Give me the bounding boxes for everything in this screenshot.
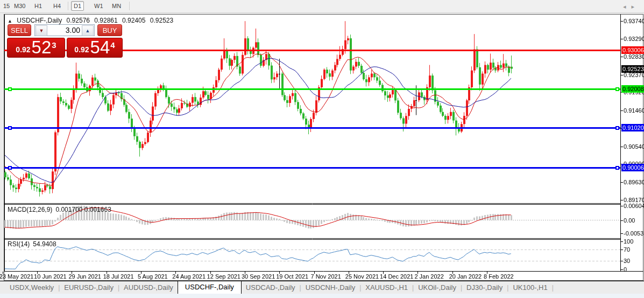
chart-tab-ukoil[interactable]: UKOil-,Daily xyxy=(414,282,461,294)
collapse-triangle-icon[interactable]: ▲ xyxy=(8,18,12,24)
toolbar-separator xyxy=(129,2,130,10)
date-axis-label: 30 Sep 2021 xyxy=(242,273,275,280)
date-axis-label: 5 Aug 2021 xyxy=(138,273,168,280)
ohlc-low: 0.92405 xyxy=(122,17,145,24)
tab-separator: | xyxy=(552,284,554,294)
price-tick-label: 0.89630 xyxy=(624,179,644,185)
chart-tab-usdchf[interactable]: USDCHF-,Daily xyxy=(178,281,242,294)
rsi-axis-label: 70 xyxy=(624,246,630,253)
tab-scroll-arrows: ◂▸ xyxy=(623,3,640,10)
price-tick-label: 0.93290 xyxy=(624,36,644,42)
date-axis-label: 29 Jun 2021 xyxy=(68,273,101,280)
chart-tab-xauusd[interactable]: XAUUSD-,H1 xyxy=(361,282,412,294)
price-tick-label: 0.91460 xyxy=(624,107,644,114)
price-line-badge[interactable]: 0.91020 xyxy=(621,124,644,131)
tab-scroll-left-icon[interactable]: ◂ xyxy=(623,3,632,10)
date-axis-label: 2 Jan 2022 xyxy=(414,273,443,280)
macd-axis-label: -0.005383 xyxy=(624,230,644,237)
rsi-title: RSI(14) xyxy=(8,240,30,248)
volume-increase-button[interactable]: ▲ xyxy=(82,25,94,36)
macd-indicator-header: MACD(12,26,9)0.001700 0.001663 xyxy=(8,206,115,213)
timeframe-toolbar: 15M30H1H4D1W1MN xyxy=(0,0,644,13)
sell-price-display[interactable]: 0.92 52 3 xyxy=(7,38,65,58)
price-line-badge[interactable]: 0.90006 xyxy=(621,164,644,171)
timeframe-button-m30[interactable]: M30 xyxy=(12,2,27,10)
macd-title: MACD(12,26,9) xyxy=(8,206,52,213)
buy-price-point: 4 xyxy=(110,40,115,50)
rsi-indicator-header: RSI(14)54.9408 xyxy=(8,240,60,248)
ohlc-high: 0.92861 xyxy=(94,17,117,24)
timeframe-button-mn[interactable]: MN xyxy=(110,2,123,10)
date-axis-label: 18 Jul 2021 xyxy=(103,273,134,280)
price-tick-label: 0.92830 xyxy=(624,53,644,60)
date-axis-label: 25 Nov 2021 xyxy=(345,273,379,280)
macd-axis-label: 0.006045 xyxy=(624,203,644,209)
buy-price-display[interactable]: 0.92 54 4 xyxy=(67,38,123,58)
chart-tab-usdcnh[interactable]: USDCNH-,Daily xyxy=(301,282,359,294)
current-price-badge: 0.92523 xyxy=(621,65,644,73)
chart-tab-bar: USDX,Weekly|EURUSD-,Daily|AUDUSD-,DailyU… xyxy=(0,281,644,294)
timeframe-button-w1[interactable]: W1 xyxy=(92,2,105,10)
date-axis-label: 7 Nov 2021 xyxy=(311,273,341,280)
sell-button[interactable]: SELL xyxy=(8,24,31,36)
price-tick-label: 0.90540 xyxy=(624,143,644,150)
chart-tab-usdcad[interactable]: USDCAD-,Daily xyxy=(242,282,300,294)
volume-input[interactable]: 3.00 xyxy=(66,25,80,36)
price-line-badge[interactable]: 0.92008 xyxy=(621,85,644,93)
buy-button[interactable]: BUY xyxy=(97,24,122,36)
chart-tab-uk100[interactable]: UK100-,H1 xyxy=(508,282,551,294)
date-axis-label: 20 Jan 2022 xyxy=(449,273,482,280)
application-window: 15M30H1H4D1W1MN ▲ USDCHF-,Daily 0.92576 … xyxy=(0,0,644,298)
date-axis-label: 10 Jun 2021 xyxy=(34,273,67,280)
rsi-axis-label: 100 xyxy=(624,238,633,245)
tab-scroll-right-icon[interactable]: ▸ xyxy=(631,3,640,10)
timeframe-button-h1[interactable]: H1 xyxy=(32,2,44,10)
sell-price-pips: 52 xyxy=(32,38,52,56)
volume-stepper: ▼ 3.00 ▲ xyxy=(34,24,95,36)
date-axis-label: 8 Feb 2022 xyxy=(484,273,514,280)
macd-values: 0.001700 0.001663 xyxy=(55,206,111,213)
date-axis-label: 12 Sep 2021 xyxy=(207,273,240,280)
chart-symbol-label: USDCHF-,Daily xyxy=(17,17,62,24)
rsi-value: 54.9408 xyxy=(33,240,56,248)
timeframe-button-d1[interactable]: D1 xyxy=(71,1,84,11)
timeframe-button-h4[interactable]: H4 xyxy=(51,2,63,10)
sell-price-base: 0.92 xyxy=(16,45,30,54)
timeframe-button-15[interactable]: 15 xyxy=(1,2,12,10)
status-strip xyxy=(0,294,644,298)
chart-tab-usdx[interactable]: USDX,Weekly xyxy=(5,282,58,294)
date-axis-label: 23 May 2021 xyxy=(0,273,33,280)
macd-axis-label: 0.00 xyxy=(624,217,635,224)
volume-decrease-button[interactable]: ▼ xyxy=(36,25,47,36)
ohlc-open: 0.92576 xyxy=(67,17,90,24)
chart-tab-eurusd[interactable]: EURUSD-,Daily xyxy=(60,282,118,294)
rsi-axis-label: 30 xyxy=(624,258,630,264)
chart-tab-dj30[interactable]: DJ30-,Daily xyxy=(462,282,507,294)
toolbar-separator xyxy=(68,2,68,10)
chart-tab-audusd[interactable]: AUDUSD-,Daily xyxy=(119,282,178,294)
price-tick-label: 0.93740 xyxy=(624,18,644,24)
date-axis-label: 24 Aug 2021 xyxy=(172,273,206,280)
chart-title-bar: ▲ USDCHF-,Daily 0.92576 0.92861 0.92405 … xyxy=(8,17,176,24)
buy-price-pips: 54 xyxy=(90,38,110,56)
ohlc-close: 0.92523 xyxy=(150,17,173,24)
date-axis-label: 14 Dec 2021 xyxy=(380,273,413,280)
one-click-trading-panel: SELL ▼ 3.00 ▲ BUY 0.92 52 3 0.92 54 4 xyxy=(7,24,123,58)
buy-price-base: 0.92 xyxy=(74,45,89,54)
date-axis-label: 19 Oct 2021 xyxy=(276,273,308,280)
rsi-axis-label: 0 xyxy=(624,266,627,273)
sell-price-point: 3 xyxy=(52,40,56,50)
price-line-badge[interactable]: 0.93006 xyxy=(621,46,644,54)
